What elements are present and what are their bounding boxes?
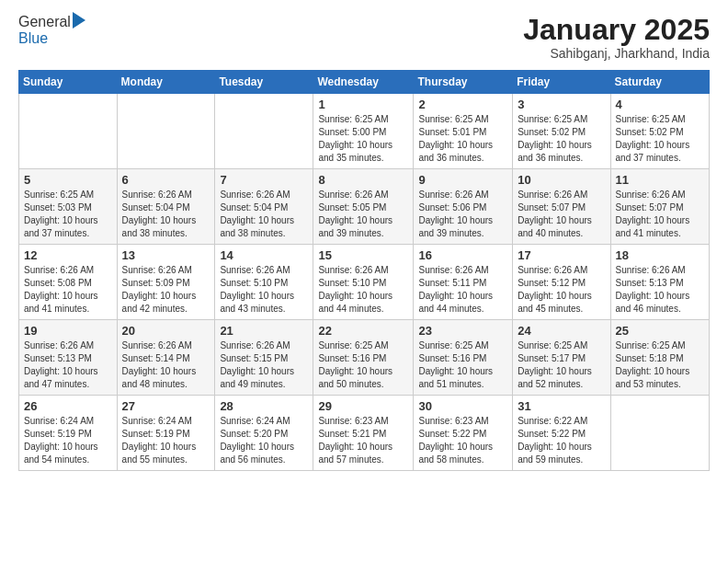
day-number: 4 [616,98,704,111]
day-number: 24 [518,324,605,338]
weekday-header-sunday: Sunday [19,71,118,94]
day-info: Sunrise: 6:23 AM Sunset: 5:22 PM Dayligh… [418,415,507,466]
day-cell: 4Sunrise: 6:25 AM Sunset: 5:02 PM Daylig… [610,94,709,169]
day-number: 19 [24,324,112,338]
day-number: 21 [220,324,308,338]
day-info: Sunrise: 6:25 AM Sunset: 5:17 PM Dayligh… [518,339,605,391]
day-cell [117,94,215,169]
day-info: Sunrise: 6:25 AM Sunset: 5:16 PM Dayligh… [418,339,507,391]
weekday-header-wednesday: Wednesday [313,71,414,94]
day-cell: 1Sunrise: 6:25 AM Sunset: 5:00 PM Daylig… [313,94,414,169]
weekday-header-saturday: Saturday [610,71,709,94]
day-cell: 16Sunrise: 6:26 AM Sunset: 5:11 PM Dayli… [414,245,513,320]
day-info: Sunrise: 6:26 AM Sunset: 5:13 PM Dayligh… [24,339,112,391]
day-cell: 30Sunrise: 6:23 AM Sunset: 5:22 PM Dayli… [414,396,513,471]
title-block: January 2025 Sahibganj, Jharkhand, India [523,14,710,61]
day-info: Sunrise: 6:26 AM Sunset: 5:07 PM Dayligh… [616,189,704,240]
day-cell: 12Sunrise: 6:26 AM Sunset: 5:08 PM Dayli… [19,245,118,320]
day-cell: 23Sunrise: 6:25 AM Sunset: 5:16 PM Dayli… [414,320,513,396]
day-cell: 22Sunrise: 6:25 AM Sunset: 5:16 PM Dayli… [313,320,414,396]
day-info: Sunrise: 6:26 AM Sunset: 5:08 PM Dayligh… [24,264,112,316]
calendar-subtitle: Sahibganj, Jharkhand, India [523,46,710,61]
day-cell: 27Sunrise: 6:24 AM Sunset: 5:19 PM Dayli… [117,396,215,471]
day-info: Sunrise: 6:26 AM Sunset: 5:13 PM Dayligh… [616,264,704,316]
day-number: 25 [616,324,704,338]
day-number: 20 [122,324,210,338]
calendar-title: January 2025 [523,14,710,46]
day-cell [215,94,313,169]
header: General Blue January 2025 Sahibganj, Jha… [18,14,710,61]
logo: General Blue [18,14,85,47]
day-cell: 20Sunrise: 6:26 AM Sunset: 5:14 PM Dayli… [117,320,215,396]
svg-marker-0 [73,12,85,29]
day-info: Sunrise: 6:26 AM Sunset: 5:11 PM Dayligh… [418,264,507,316]
day-info: Sunrise: 6:22 AM Sunset: 5:22 PM Dayligh… [518,415,605,466]
day-cell: 2Sunrise: 6:25 AM Sunset: 5:01 PM Daylig… [414,94,513,169]
day-number: 13 [122,248,210,262]
day-info: Sunrise: 6:25 AM Sunset: 5:02 PM Dayligh… [518,113,605,165]
day-cell: 7Sunrise: 6:26 AM Sunset: 5:04 PM Daylig… [215,169,313,245]
logo-blue-text: Blue [18,30,85,47]
day-cell: 14Sunrise: 6:26 AM Sunset: 5:10 PM Dayli… [215,245,313,320]
day-number: 23 [418,324,507,338]
day-cell: 11Sunrise: 6:26 AM Sunset: 5:07 PM Dayli… [610,169,709,245]
day-cell: 29Sunrise: 6:23 AM Sunset: 5:21 PM Dayli… [313,396,414,471]
week-row-4: 19Sunrise: 6:26 AM Sunset: 5:13 PM Dayli… [19,320,710,396]
day-cell: 9Sunrise: 6:26 AM Sunset: 5:06 PM Daylig… [414,169,513,245]
day-cell: 25Sunrise: 6:25 AM Sunset: 5:18 PM Dayli… [610,320,709,396]
weekday-header-monday: Monday [117,71,215,94]
calendar-page: General Blue January 2025 Sahibganj, Jha… [0,0,728,563]
day-cell: 5Sunrise: 6:25 AM Sunset: 5:03 PM Daylig… [19,169,118,245]
day-info: Sunrise: 6:26 AM Sunset: 5:12 PM Dayligh… [518,264,605,316]
day-number: 16 [418,248,507,262]
day-number: 31 [518,399,605,413]
day-number: 1 [318,98,408,111]
day-number: 27 [122,399,210,413]
day-number: 15 [318,248,408,262]
day-info: Sunrise: 6:25 AM Sunset: 5:02 PM Dayligh… [616,113,704,165]
day-number: 9 [418,173,507,187]
day-number: 18 [616,248,704,262]
day-cell: 17Sunrise: 6:26 AM Sunset: 5:12 PM Dayli… [513,245,610,320]
day-info: Sunrise: 6:26 AM Sunset: 5:09 PM Dayligh… [122,264,210,316]
day-info: Sunrise: 6:24 AM Sunset: 5:20 PM Dayligh… [220,415,308,466]
day-info: Sunrise: 6:26 AM Sunset: 5:10 PM Dayligh… [220,264,308,316]
day-info: Sunrise: 6:25 AM Sunset: 5:16 PM Dayligh… [318,339,408,391]
day-number: 11 [616,173,704,187]
day-cell: 28Sunrise: 6:24 AM Sunset: 5:20 PM Dayli… [215,396,313,471]
day-info: Sunrise: 6:26 AM Sunset: 5:04 PM Dayligh… [220,189,308,240]
week-row-1: 1Sunrise: 6:25 AM Sunset: 5:00 PM Daylig… [19,94,710,169]
week-row-5: 26Sunrise: 6:24 AM Sunset: 5:19 PM Dayli… [19,396,710,471]
day-number: 3 [518,98,605,111]
day-number: 7 [220,173,308,187]
day-number: 28 [220,399,308,413]
day-info: Sunrise: 6:26 AM Sunset: 5:07 PM Dayligh… [518,189,605,240]
day-cell: 21Sunrise: 6:26 AM Sunset: 5:15 PM Dayli… [215,320,313,396]
day-cell: 10Sunrise: 6:26 AM Sunset: 5:07 PM Dayli… [513,169,610,245]
day-info: Sunrise: 6:23 AM Sunset: 5:21 PM Dayligh… [318,415,408,466]
week-row-3: 12Sunrise: 6:26 AM Sunset: 5:08 PM Dayli… [19,245,710,320]
weekday-header-friday: Friday [513,71,610,94]
day-number: 17 [518,248,605,262]
day-cell [19,94,118,169]
logo-general-text: General [18,14,71,30]
day-cell: 15Sunrise: 6:26 AM Sunset: 5:10 PM Dayli… [313,245,414,320]
weekday-header-thursday: Thursday [414,71,513,94]
weekday-header-row: SundayMondayTuesdayWednesdayThursdayFrid… [19,71,710,94]
day-number: 30 [418,399,507,413]
day-number: 12 [24,248,112,262]
day-number: 14 [220,248,308,262]
day-number: 10 [518,173,605,187]
weekday-header-tuesday: Tuesday [215,71,313,94]
day-number: 26 [24,399,112,413]
calendar-table: SundayMondayTuesdayWednesdayThursdayFrid… [18,70,710,471]
day-number: 22 [318,324,408,338]
day-info: Sunrise: 6:26 AM Sunset: 5:04 PM Dayligh… [122,189,210,240]
day-cell [610,396,709,471]
day-info: Sunrise: 6:25 AM Sunset: 5:01 PM Dayligh… [418,113,507,165]
day-cell: 19Sunrise: 6:26 AM Sunset: 5:13 PM Dayli… [19,320,118,396]
day-number: 2 [418,98,507,111]
day-cell: 18Sunrise: 6:26 AM Sunset: 5:13 PM Dayli… [610,245,709,320]
day-cell: 6Sunrise: 6:26 AM Sunset: 5:04 PM Daylig… [117,169,215,245]
day-cell: 8Sunrise: 6:26 AM Sunset: 5:05 PM Daylig… [313,169,414,245]
